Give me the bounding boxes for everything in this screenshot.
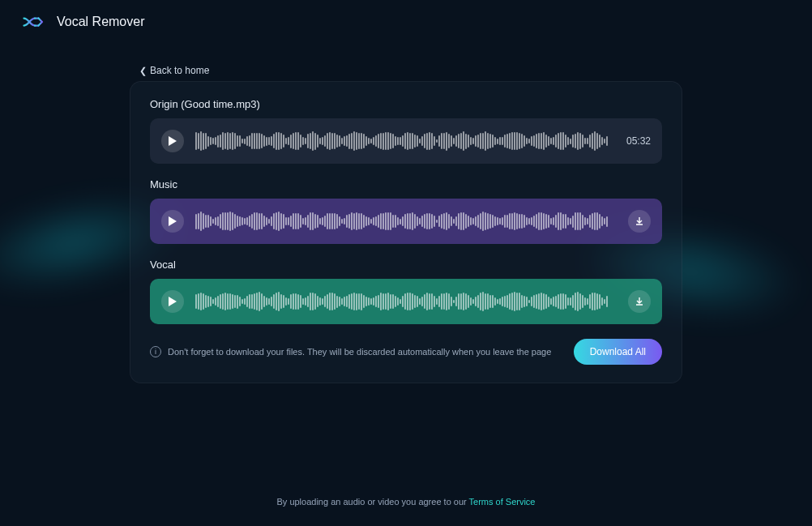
player-music (150, 199, 662, 244)
panel-footer: i Don't forget to download your files. T… (150, 339, 662, 365)
track-vocal-label: Vocal (150, 259, 662, 271)
play-button[interactable] (161, 130, 184, 152)
terms-of-service-link[interactable]: Terms of Service (469, 497, 536, 507)
track-music-label: Music (150, 178, 662, 190)
footer-prefix: By uploading an audio or video you agree… (276, 497, 468, 507)
download-icon (634, 216, 645, 227)
download-icon (634, 296, 645, 307)
play-icon (169, 297, 177, 306)
waveform-origin[interactable] (195, 129, 612, 153)
track-origin: Origin (Good time.mp3) 05:32 (150, 98, 662, 164)
chevron-left-icon: ❮ (139, 66, 147, 76)
info-icon: i (150, 346, 161, 357)
discard-notice: i Don't forget to download your files. T… (150, 346, 551, 357)
logo-icon (23, 13, 47, 31)
app-header: Vocal Remover (0, 0, 812, 44)
play-icon (169, 136, 177, 146)
track-vocal: Vocal (150, 259, 662, 324)
app-title: Vocal Remover (57, 15, 145, 29)
page-footer: By uploading an audio or video you agree… (0, 497, 812, 507)
duration-label: 05:32 (623, 135, 651, 147)
back-link-label: Back to home (150, 65, 209, 76)
notice-text: Don't forget to download your files. The… (168, 347, 551, 357)
download-vocal-button[interactable] (628, 290, 651, 313)
track-music: Music (150, 178, 662, 244)
back-to-home-link[interactable]: ❮ Back to home (139, 65, 209, 76)
track-origin-label: Origin (Good time.mp3) (150, 98, 662, 110)
play-icon (169, 216, 177, 226)
play-button[interactable] (161, 210, 184, 233)
download-all-button[interactable]: Download All (574, 339, 662, 365)
download-music-button[interactable] (628, 210, 651, 233)
play-button[interactable] (161, 290, 184, 313)
player-vocal (150, 279, 662, 324)
result-panel: Origin (Good time.mp3) 05:32 Music Vocal (130, 81, 682, 383)
player-origin: 05:32 (150, 118, 662, 164)
waveform-music[interactable] (195, 209, 617, 233)
waveform-vocal[interactable] (195, 289, 617, 314)
